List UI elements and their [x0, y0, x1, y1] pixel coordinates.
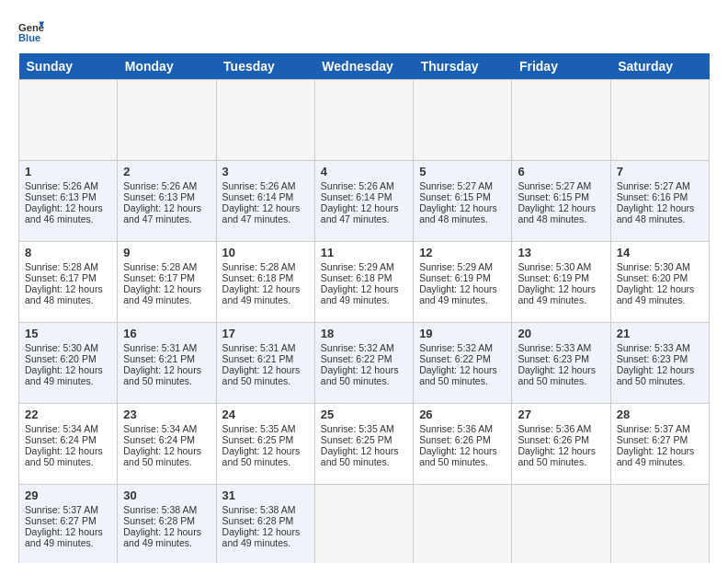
day-info-line: and 50 minutes. [222, 375, 309, 386]
day-info-line: and 49 minutes. [25, 375, 111, 386]
calendar-cell: 2Sunrise: 5:26 AMSunset: 6:13 PMDaylight… [118, 161, 216, 242]
day-info-line: Sunset: 6:23 PM [617, 353, 703, 364]
day-info-line: and 50 minutes. [123, 456, 210, 467]
day-info-line: Sunset: 6:26 PM [518, 434, 604, 445]
day-info-line: Daylight: 12 hours [419, 202, 506, 213]
day-info-line: Sunset: 6:18 PM [222, 272, 309, 283]
day-info-line: and 47 minutes. [123, 213, 210, 224]
calendar-cell [314, 485, 413, 564]
day-info-line: Daylight: 12 hours [321, 364, 407, 375]
calendar-cell: 3Sunrise: 5:26 AMSunset: 6:14 PMDaylight… [216, 161, 314, 242]
day-info-line: Sunrise: 5:29 AM [321, 261, 407, 272]
day-info-line: Sunrise: 5:31 AM [123, 342, 210, 353]
day-number: 25 [321, 408, 407, 421]
calendar-cell: 15Sunrise: 5:30 AMSunset: 6:20 PMDayligh… [19, 323, 118, 404]
day-info-line: and 49 minutes. [222, 294, 309, 305]
day-info-line: Sunrise: 5:35 AM [222, 423, 309, 434]
dow-wednesday: Wednesday [314, 53, 413, 80]
day-info-line: Sunset: 6:22 PM [419, 353, 506, 364]
day-info-line: Sunset: 6:19 PM [419, 272, 506, 283]
calendar-cell: 22Sunrise: 5:34 AMSunset: 6:24 PMDayligh… [19, 404, 118, 485]
calendar-cell: 23Sunrise: 5:34 AMSunset: 6:24 PMDayligh… [118, 404, 216, 485]
day-number: 5 [419, 165, 506, 178]
day-info-line: Sunrise: 5:30 AM [25, 342, 111, 353]
day-info-line: and 49 minutes. [617, 456, 703, 467]
calendar-cell: 10Sunrise: 5:28 AMSunset: 6:18 PMDayligh… [216, 242, 314, 323]
day-info-line: Daylight: 12 hours [321, 445, 407, 456]
day-info-line: and 48 minutes. [518, 213, 604, 224]
day-info-line: and 49 minutes. [123, 537, 210, 548]
day-number: 29 [25, 488, 111, 502]
day-info-line: Sunrise: 5:33 AM [617, 342, 703, 353]
calendar-cell: 21Sunrise: 5:33 AMSunset: 6:23 PMDayligh… [610, 323, 709, 404]
svg-text:Blue: Blue [18, 32, 40, 43]
day-info-line: Sunset: 6:15 PM [419, 191, 506, 202]
day-info-line: Sunrise: 5:37 AM [25, 504, 111, 515]
day-info-line: and 49 minutes. [123, 294, 210, 305]
calendar-cell: 26Sunrise: 5:36 AMSunset: 6:26 PMDayligh… [414, 404, 512, 485]
day-info-line: and 49 minutes. [518, 294, 604, 305]
day-info-line: and 50 minutes. [518, 375, 604, 386]
day-info-line: Daylight: 12 hours [518, 364, 604, 375]
calendar-cell: 24Sunrise: 5:35 AMSunset: 6:25 PMDayligh… [216, 404, 314, 485]
calendar-cell: 20Sunrise: 5:33 AMSunset: 6:23 PMDayligh… [512, 323, 610, 404]
day-info-line: Daylight: 12 hours [123, 364, 210, 375]
day-info-line: Sunset: 6:20 PM [617, 272, 703, 283]
day-info-line: and 48 minutes. [25, 294, 111, 305]
day-number: 7 [617, 165, 703, 178]
day-info-line: Daylight: 12 hours [25, 526, 111, 537]
day-info-line: Sunset: 6:24 PM [123, 434, 210, 445]
day-info-line: Daylight: 12 hours [25, 364, 111, 375]
day-info-line: and 46 minutes. [25, 213, 111, 224]
day-info-line: and 50 minutes. [222, 456, 309, 467]
day-info-line: Daylight: 12 hours [617, 202, 703, 213]
day-info-line: and 50 minutes. [25, 456, 111, 467]
day-info-line: Sunset: 6:21 PM [123, 353, 210, 364]
calendar-cell [610, 485, 709, 564]
calendar-table: SundayMondayTuesdayWednesdayThursdayFrid… [18, 53, 710, 563]
day-info-line: Sunset: 6:28 PM [123, 515, 210, 526]
day-info-line: Sunset: 6:21 PM [222, 353, 309, 364]
day-info-line: and 49 minutes. [25, 537, 111, 548]
day-info-line: and 49 minutes. [419, 294, 506, 305]
calendar-cell: 16Sunrise: 5:31 AMSunset: 6:21 PMDayligh… [118, 323, 216, 404]
day-info-line: Sunrise: 5:26 AM [222, 180, 309, 191]
day-number: 22 [25, 408, 111, 421]
day-info-line: Sunrise: 5:37 AM [617, 423, 703, 434]
day-info-line: Daylight: 12 hours [617, 283, 703, 294]
day-info-line: and 50 minutes. [419, 375, 506, 386]
day-number: 10 [222, 246, 309, 259]
day-info-line: and 50 minutes. [321, 375, 407, 386]
day-info-line: Sunset: 6:16 PM [617, 191, 703, 202]
day-info-line: Daylight: 12 hours [25, 445, 111, 456]
day-info-line: and 50 minutes. [321, 456, 407, 467]
day-info-line: Sunset: 6:14 PM [222, 191, 309, 202]
day-info-line: Sunset: 6:20 PM [25, 353, 111, 364]
day-info-line: Daylight: 12 hours [123, 283, 210, 294]
day-number: 28 [617, 408, 703, 421]
week-row-5: 29Sunrise: 5:37 AMSunset: 6:27 PMDayligh… [19, 485, 710, 564]
calendar-cell: 7Sunrise: 5:27 AMSunset: 6:16 PMDaylight… [610, 161, 709, 242]
logo-icon: General Blue [18, 18, 44, 44]
calendar-cell: 14Sunrise: 5:30 AMSunset: 6:20 PMDayligh… [610, 242, 709, 323]
day-info-line: Sunrise: 5:30 AM [518, 261, 604, 272]
dow-friday: Friday [512, 53, 610, 80]
day-info-line: Sunset: 6:13 PM [123, 191, 210, 202]
calendar-cell [414, 80, 512, 161]
day-info-line: Sunrise: 5:26 AM [123, 180, 210, 191]
day-info-line: Daylight: 12 hours [123, 445, 210, 456]
day-info-line: Sunrise: 5:32 AM [419, 342, 506, 353]
day-info-line: Sunrise: 5:28 AM [123, 261, 210, 272]
calendar-cell [19, 80, 118, 161]
calendar-cell [512, 485, 610, 564]
day-number: 1 [25, 165, 111, 178]
day-info-line: Daylight: 12 hours [321, 283, 407, 294]
calendar-cell: 25Sunrise: 5:35 AMSunset: 6:25 PMDayligh… [314, 404, 413, 485]
day-info-line: Sunset: 6:27 PM [617, 434, 703, 445]
day-info-line: Sunrise: 5:32 AM [321, 342, 407, 353]
day-number: 27 [518, 408, 604, 421]
day-info-line: and 48 minutes. [617, 213, 703, 224]
day-info-line: Sunrise: 5:27 AM [617, 180, 703, 191]
calendar-cell: 13Sunrise: 5:30 AMSunset: 6:19 PMDayligh… [512, 242, 610, 323]
day-info-line: Sunset: 6:19 PM [518, 272, 604, 283]
